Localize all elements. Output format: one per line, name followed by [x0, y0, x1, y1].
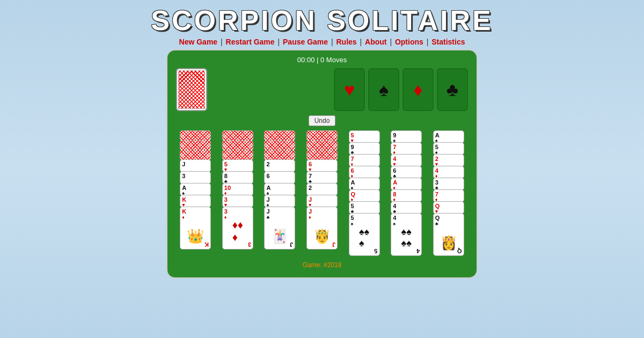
col-stack-3: 2 6 A♠ J♠ J ♣ 🃏 J [264, 130, 295, 249]
table-row[interactable]: 5♥ [349, 130, 380, 143]
table-row[interactable]: 4♦ [433, 166, 464, 179]
table-row[interactable]: 2 [306, 183, 338, 196]
undo-button[interactable]: Undo [309, 115, 336, 126]
nav-statistics[interactable]: Statistics [431, 38, 465, 46]
col-stack-1: J 3 A♠ K♥ K ♦ 👑 K [180, 130, 211, 249]
table-row[interactable]: J ♦ 🤴 J [306, 207, 338, 249]
table-row[interactable]: A♠ [180, 183, 211, 196]
game-number-value: #2018 [324, 261, 341, 269]
table-row[interactable]: 5♥ [222, 159, 253, 172]
table-row[interactable]: 3♣ [433, 178, 464, 190]
column-7: A♠ 5♠ 2♥ 4♦ 3♣ 7♦ Q♥ Q ♣ 👸 Q [429, 130, 468, 256]
table-row[interactable]: J♠ [264, 195, 295, 208]
table-row[interactable]: 10♦ [222, 183, 253, 196]
table-row[interactable]: Q♦ [349, 189, 380, 202]
col-stack-6: 9♠ 7♦ 4♥ 6♣ A♦ 8♦ 4♣ 4 ♠ ♠♠♠♠ 4 [391, 130, 422, 256]
table-row[interactable]: 8♦ [391, 189, 422, 202]
table-row[interactable]: Q ♣ 👸 Q [433, 213, 464, 256]
column-2: 5♥ 8♣ 10♦ 3♥ 3 ♦ ♦♦♦ 3 [218, 130, 258, 249]
table-row[interactable]: 8♣ [222, 171, 253, 184]
nav-options[interactable]: Options [395, 38, 423, 46]
col-stack-4: 6♥ 7♣ 2 J♥ J ♦ 🤴 J [306, 130, 338, 249]
column-6: 9♠ 7♦ 4♥ 6♣ A♦ 8♦ 4♣ 4 ♠ ♠♠♠♠ 4 [387, 130, 426, 256]
column-3: 2 6 A♠ J♠ J ♣ 🃏 J [260, 130, 299, 249]
table-row[interactable]: A♠ [433, 130, 464, 143]
game-area: 00:00 | 0 Moves ♥ ♠ ♦ ♣ Undo J 3 [166, 49, 478, 278]
stock-pile[interactable] [176, 68, 207, 111]
table-row[interactable]: 3 ♦ ♦♦♦ 3 [222, 207, 253, 249]
table-row[interactable]: 5♠ [433, 142, 464, 155]
table-row[interactable]: 4 ♠ ♠♠♠♠ 4 [391, 213, 422, 256]
table-row [222, 140, 253, 151]
status-bar: 00:00 | 0 Moves [297, 56, 347, 64]
table-row[interactable]: 9♠ [391, 130, 422, 143]
nav-about[interactable]: About [365, 38, 386, 46]
table-row [180, 140, 211, 151]
table-row [180, 130, 211, 141]
nav-rules[interactable]: Rules [336, 38, 357, 46]
foundation-diamonds[interactable]: ♦ [402, 68, 434, 111]
table-row[interactable]: 7♦ [349, 154, 380, 167]
table-row[interactable]: K ♦ 👑 K [180, 207, 211, 249]
table-row[interactable]: 7♦ [433, 189, 464, 202]
table-row [264, 140, 295, 151]
page-title: SCORPION SOLITAIRE [151, 4, 493, 36]
column-1: J 3 A♠ K♥ K ♦ 👑 K [176, 130, 215, 249]
col-stack-5: 5♥ 9♣ 7♦ 6♦ A♠ Q♦ 5♣ 5 ♠ ♠♠♠ 5 [349, 130, 380, 256]
stock-card[interactable] [176, 68, 207, 111]
navigation: New Game | Restart Game | Pause Game | R… [179, 38, 465, 46]
table-row[interactable]: 3 [180, 171, 211, 184]
columns-area: J 3 A♠ K♥ K ♦ 👑 K 5♥ 8♣ 10♦ [176, 130, 468, 256]
table-row[interactable]: Q♥ [433, 201, 464, 214]
top-area: ♥ ♠ ♦ ♣ [176, 68, 468, 111]
table-row[interactable]: J [180, 159, 211, 172]
table-row[interactable]: 6♣ [391, 166, 422, 179]
table-row[interactable]: A♦ [391, 178, 422, 190]
table-row[interactable]: A♠ [264, 183, 295, 196]
foundation-spades[interactable]: ♠ [368, 68, 399, 111]
column-4: 6♥ 7♣ 2 J♥ J ♦ 🤴 J [303, 130, 342, 249]
table-row[interactable]: J ♣ 🃏 J [264, 207, 295, 249]
table-row [222, 150, 253, 160]
table-row[interactable]: 6♥ [306, 159, 338, 172]
table-row[interactable]: 6 [264, 171, 295, 184]
table-row[interactable]: K♥ [180, 195, 211, 208]
table-row[interactable]: A♠ [349, 178, 380, 190]
table-row[interactable]: J♥ [306, 195, 338, 208]
table-row[interactable]: 2 [264, 159, 295, 172]
foundation-hearts[interactable]: ♥ [334, 68, 365, 111]
table-row [306, 140, 338, 151]
undo-area: Undo [176, 115, 468, 126]
nav-pause-game[interactable]: Pause Game [283, 38, 328, 46]
col-stack-7: A♠ 5♠ 2♥ 4♦ 3♣ 7♦ Q♥ Q ♣ 👸 Q [433, 130, 464, 256]
table-row [222, 130, 253, 141]
table-row[interactable]: 5 ♠ ♠♠♠ 5 [349, 213, 380, 256]
table-row [264, 150, 295, 160]
move-count: 0 Moves [320, 56, 347, 64]
table-row[interactable]: 7♣ [306, 171, 338, 184]
table-row [306, 150, 338, 160]
table-row[interactable]: 4♣ [391, 201, 422, 214]
nav-new-game[interactable]: New Game [179, 38, 218, 46]
table-row [180, 150, 211, 160]
table-row [306, 130, 338, 141]
table-row[interactable]: 3♥ [222, 195, 253, 208]
foundation-area: ♥ ♠ ♦ ♣ [334, 68, 468, 111]
table-row[interactable]: 5♣ [349, 201, 380, 214]
nav-restart-game[interactable]: Restart Game [226, 38, 275, 46]
col-stack-2: 5♥ 8♣ 10♦ 3♥ 3 ♦ ♦♦♦ 3 [222, 130, 253, 249]
table-row[interactable]: 4♥ [391, 154, 422, 167]
table-row[interactable]: 6♦ [349, 166, 380, 179]
table-row[interactable]: 2♥ [433, 154, 464, 167]
table-row[interactable]: 9♣ [349, 142, 380, 155]
table-row [264, 130, 295, 141]
table-row[interactable]: 7♦ [391, 142, 422, 155]
column-5: 5♥ 9♣ 7♦ 6♦ A♠ Q♦ 5♣ 5 ♠ ♠♠♠ 5 [345, 130, 384, 256]
foundation-clubs[interactable]: ♣ [437, 68, 468, 111]
timer: 00:00 [297, 56, 315, 64]
game-number: Game: #2018 [303, 261, 342, 269]
